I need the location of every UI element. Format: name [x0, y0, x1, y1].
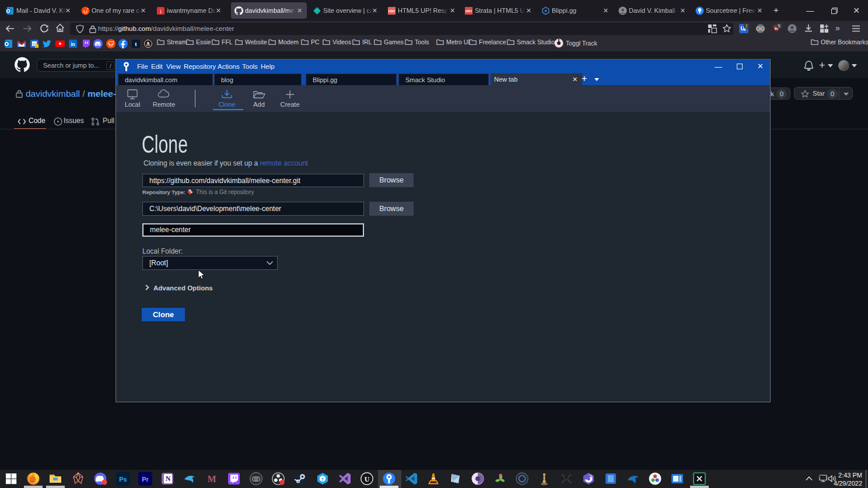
svg-text:in: in	[71, 41, 75, 47]
svg-text:U: U	[365, 475, 370, 483]
svg-text:M: M	[207, 474, 216, 484]
svg-text:Ps: Ps	[119, 476, 127, 483]
svg-text:2: 2	[745, 23, 747, 29]
svg-text:i: i	[160, 8, 162, 14]
svg-text:T: T	[321, 477, 324, 482]
svg-text:Pr: Pr	[142, 476, 149, 483]
svg-text:N: N	[166, 475, 171, 483]
svg-text:5: 5	[778, 23, 780, 29]
svg-text:H5U: H5U	[466, 9, 472, 13]
svg-text:H5U: H5U	[388, 9, 395, 13]
